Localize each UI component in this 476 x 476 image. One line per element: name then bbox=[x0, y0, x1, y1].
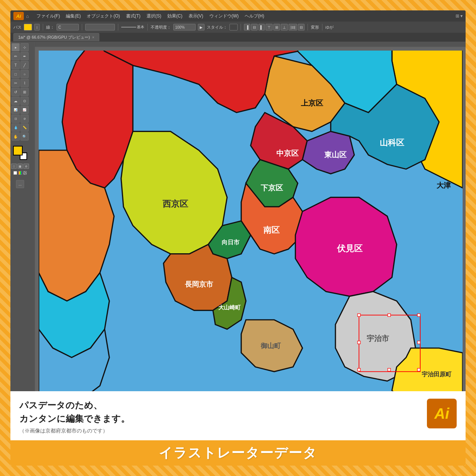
tool-type[interactable]: ✒ bbox=[20, 52, 29, 60]
toolbar-divider-6 bbox=[308, 24, 308, 30]
style-label: スタイル： bbox=[207, 25, 227, 30]
layout-grid-icon[interactable]: ⊞ ▾ bbox=[456, 13, 463, 19]
tool-warp[interactable]: ☁ bbox=[12, 97, 20, 105]
base-text: 基本 bbox=[137, 25, 144, 30]
tab-close-btn[interactable]: × bbox=[92, 35, 94, 39]
stroke-direction-btn[interactable]: ↕ bbox=[34, 24, 40, 30]
artboard[interactable]: 上京区 中京区 bbox=[39, 51, 463, 391]
tool-ellipse[interactable]: ○ bbox=[20, 70, 29, 78]
ruler-vertical bbox=[30, 42, 35, 391]
toolbox: ▸ ⊹ ✏ ✒ T ╱ □ ○ bbox=[10, 42, 30, 391]
svg-rect-29 bbox=[417, 341, 420, 344]
fill-color-box[interactable] bbox=[24, 24, 32, 30]
desc-main-text: パスデータのため、 カンタンに編集できます。 bbox=[19, 399, 418, 425]
tool-bar-chart[interactable]: 📈 bbox=[20, 106, 29, 114]
menu-view[interactable]: 表示(V) bbox=[186, 13, 206, 19]
tool-hand[interactable]: ✋ bbox=[12, 132, 20, 141]
desc-line1: パスデータのため、 bbox=[19, 399, 418, 412]
ai-logo-large-text: Ai bbox=[434, 405, 449, 422]
tool-direct-selection[interactable]: ⊹ bbox=[20, 43, 29, 51]
ai-ui: Ai ⌂ ファイル(F) 編集(E) オブジェクト(O) 書式(T) 選択(S)… bbox=[10, 10, 466, 391]
svg-rect-32 bbox=[417, 368, 420, 371]
tool-color-area bbox=[11, 144, 29, 161]
menu-file[interactable]: ファイル(F) bbox=[33, 13, 63, 19]
tool-eyedropper[interactable]: 💧 bbox=[12, 123, 20, 132]
tool-scale[interactable]: ⊞ bbox=[20, 88, 29, 96]
tool-row-scissors: ✂ ⌇ bbox=[11, 79, 29, 87]
label-oyama: 御山町 bbox=[260, 342, 281, 350]
align-right-btn[interactable]: ▌ bbox=[258, 24, 265, 30]
tool-paintbrush[interactable]: ╱ bbox=[20, 61, 29, 69]
pattern-swatch[interactable] bbox=[23, 171, 27, 175]
tool-rect[interactable]: □ bbox=[12, 70, 20, 78]
tool-selection[interactable]: ▸ bbox=[12, 43, 20, 51]
menu-type[interactable]: 書式(T) bbox=[123, 13, 144, 19]
align-center-v-btn[interactable]: ⊞ bbox=[273, 24, 280, 30]
stroke-width-input[interactable]: C bbox=[57, 24, 79, 30]
opacity-label: 不透明度： bbox=[151, 25, 171, 30]
menu-effect[interactable]: 効果(C) bbox=[164, 13, 186, 19]
white-swatch[interactable] bbox=[13, 171, 17, 175]
tool-pen[interactable]: ✏ bbox=[12, 52, 20, 60]
gradient-mode-btn[interactable]: ▦ bbox=[17, 164, 23, 169]
gradient-swatch[interactable] bbox=[18, 171, 22, 175]
label-higashiyama: 東山区 bbox=[324, 151, 347, 159]
label-fushimi: 伏見区 bbox=[337, 244, 363, 253]
desc-sub-text: （※画像は京都府京都市のものです） bbox=[19, 428, 418, 434]
tool-measure[interactable]: 📏 bbox=[20, 123, 29, 132]
distribute-v-btn[interactable]: ⊟ bbox=[298, 24, 305, 30]
menu-object[interactable]: オブジェクト(O) bbox=[84, 13, 123, 19]
none-mode-btn[interactable]: ⊘ bbox=[23, 164, 29, 169]
tool-slice[interactable]: ⊘ bbox=[20, 115, 29, 123]
opacity-arrow-btn[interactable]: ▶ bbox=[198, 24, 205, 30]
tool-row-hand: ✋ 🔍 bbox=[11, 132, 29, 141]
align-top-btn[interactable]: ⊤ bbox=[266, 24, 273, 30]
tool-row-pen: ✏ ✒ bbox=[11, 52, 29, 60]
menu-help[interactable]: ヘルプ(H) bbox=[242, 13, 267, 19]
label-minami: 南区 bbox=[263, 226, 280, 235]
align-bottom-btn[interactable]: ⊥ bbox=[281, 24, 288, 30]
tool-row-shape: □ ○ bbox=[11, 70, 29, 78]
tool-row-graph: 📊 📈 bbox=[11, 106, 29, 114]
tool-graph[interactable]: 📊 bbox=[12, 106, 20, 114]
label-nakagyo: 中京区 bbox=[276, 149, 299, 157]
menu-select[interactable]: 選択(S) bbox=[144, 13, 164, 19]
stroke-dash-input[interactable] bbox=[85, 24, 115, 30]
tool-row-eyedropper: 💧 📏 bbox=[11, 123, 29, 132]
tool-scissors[interactable]: ✂ bbox=[12, 79, 20, 87]
fill-stroke-indicator[interactable] bbox=[13, 146, 27, 160]
tool-line[interactable]: T bbox=[12, 61, 20, 69]
tool-eraser[interactable]: ⌇ bbox=[20, 79, 29, 87]
tool-artboard[interactable]: ⊡ bbox=[12, 115, 20, 123]
label-kamigyo: 上京区 bbox=[301, 99, 323, 107]
more-tools-btn[interactable]: ... bbox=[16, 180, 24, 188]
style-box[interactable] bbox=[229, 24, 238, 30]
fill-mode-btn[interactable]: □ bbox=[11, 164, 17, 169]
fill-indicator[interactable] bbox=[13, 146, 23, 155]
label-yamashina: 山科区 bbox=[380, 138, 404, 147]
align-left-btn[interactable]: ▐ bbox=[244, 24, 250, 30]
tool-swatches bbox=[11, 171, 29, 175]
tool-blend[interactable]: ⊙ bbox=[20, 97, 29, 105]
align-center-h-btn[interactable]: ⊟ bbox=[251, 24, 258, 30]
menu-window[interactable]: ウィンドウ(W) bbox=[206, 13, 242, 19]
desc-line2: カンタンに編集できます。 bbox=[19, 412, 418, 425]
toolbar-divider-7 bbox=[322, 24, 322, 30]
stroke-line-area: 基本 bbox=[121, 25, 144, 30]
menu-edit[interactable]: 編集(E) bbox=[63, 13, 84, 19]
draw-mode-row: ... bbox=[11, 180, 29, 188]
toolbar-divider-5 bbox=[241, 24, 241, 30]
canvas-area[interactable]: 上京区 中京区 bbox=[30, 42, 466, 391]
distribute-h-btn[interactable]: |⊟| bbox=[289, 24, 297, 30]
path-label: パス bbox=[13, 25, 22, 30]
document-tab[interactable]: 1ai* @ 66.67% (RGB/GPU プレビュー) × bbox=[13, 33, 99, 41]
home-icon[interactable]: ⌂ bbox=[26, 13, 29, 19]
transform-label: 変形 bbox=[311, 25, 319, 30]
svg-rect-25 bbox=[358, 314, 361, 317]
opacity-input[interactable]: 100% bbox=[173, 24, 196, 30]
tool-rotate[interactable]: ↺ bbox=[12, 88, 20, 96]
label-otsu: 大津 bbox=[436, 181, 451, 189]
label-ujitawara: 宇治田原町 bbox=[422, 371, 452, 377]
tool-zoom[interactable]: 🔍 bbox=[20, 132, 29, 141]
tool-row-select: ▸ ⊹ bbox=[11, 43, 29, 51]
